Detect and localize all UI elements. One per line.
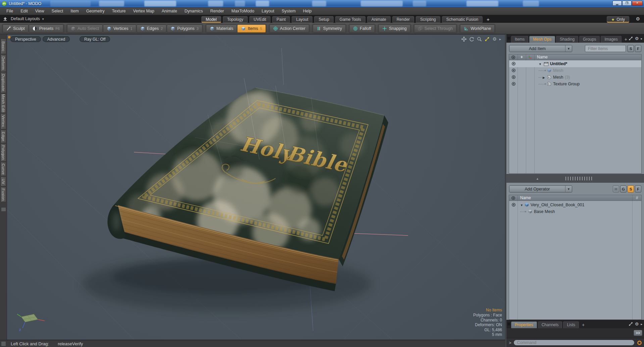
tab-lists[interactable]: Lists xyxy=(563,321,579,328)
presets-button[interactable]: PresetsF6 xyxy=(29,25,63,33)
orbit-icon[interactable] xyxy=(469,37,474,42)
tab-setup[interactable]: Setup xyxy=(314,16,333,23)
add-panel-tab-button[interactable]: + xyxy=(580,321,587,328)
select-through-button[interactable]: Select Through xyxy=(414,25,457,33)
tab-uvedit[interactable]: UVEdit xyxy=(249,16,270,23)
filter-items-input[interactable] xyxy=(585,45,626,52)
command-input[interactable] xyxy=(513,340,635,346)
left-tab-duplicate[interactable]: Duplicate xyxy=(1,72,6,93)
viewport-menu-arrow-icon[interactable]: ▸ xyxy=(499,37,501,41)
menu-item[interactable]: Item xyxy=(67,7,82,15)
left-tab-vertex[interactable]: Vertex xyxy=(1,113,6,129)
tab-properties[interactable]: Properties xyxy=(511,321,537,328)
tab-render[interactable]: Render xyxy=(392,16,414,23)
panel-flip-icon[interactable] xyxy=(507,37,510,40)
viewport-options-gear-icon[interactable]: ⚙ xyxy=(492,36,497,42)
book-model[interactable]: Holy Bible xyxy=(83,78,388,311)
restore-button[interactable]: ❐ xyxy=(622,1,632,6)
axis-column-icon[interactable] xyxy=(526,55,534,59)
tab-mesh-ops[interactable]: Mesh Ops xyxy=(529,36,555,43)
menu-layout[interactable]: Layout xyxy=(258,7,278,15)
eye-icon[interactable] xyxy=(511,68,516,73)
tab-groups[interactable]: Groups xyxy=(579,36,600,43)
menu-animate[interactable]: Animate xyxy=(158,7,181,15)
falloff-button[interactable]: Falloff xyxy=(349,25,375,33)
left-tab-fusion[interactable]: Fusion xyxy=(1,187,6,202)
scope-s-button[interactable]: S xyxy=(628,185,634,192)
left-tab-deform[interactable]: Deform xyxy=(1,54,6,72)
panel-gear-icon[interactable]: ⚙ xyxy=(635,36,639,41)
tree-row-label[interactable]: Texture Group xyxy=(553,82,580,86)
materials-mode-button[interactable]: Materials xyxy=(206,25,237,33)
menu-select[interactable]: Select xyxy=(48,7,67,15)
raygl-button[interactable]: Ray GL: Off xyxy=(80,36,110,42)
viewport-3d[interactable]: Holy Bible xyxy=(7,34,505,340)
panel-menu-arrow-icon[interactable]: ▸ xyxy=(641,322,642,326)
operator-row-label[interactable]: Very_Old_Closed_Book_001 xyxy=(531,203,585,207)
add-layout-tab-button[interactable]: + xyxy=(484,16,492,23)
tab-channels[interactable]: Channels xyxy=(538,321,562,328)
visibility-column-icon[interactable] xyxy=(509,55,517,59)
left-tab-polygon[interactable]: Polygon xyxy=(1,143,6,162)
expand-arrow-icon[interactable]: ▶ xyxy=(543,76,545,79)
add-item-dropdown[interactable]: Add Item ▼ xyxy=(509,45,572,52)
tab-schematic-fusion[interactable]: Schematic Fusion xyxy=(442,16,483,23)
tree-row-scene[interactable]: ▼ Untitled* xyxy=(509,60,641,67)
action-center-button[interactable]: Action Center xyxy=(269,25,309,33)
name-column-header[interactable]: Name xyxy=(517,196,633,200)
panel-splitter-handle[interactable] xyxy=(1,207,6,212)
tab-paint[interactable]: Paint xyxy=(272,16,290,23)
hierarchy-h-button[interactable]: H xyxy=(613,185,619,192)
vertices-mode-button[interactable]: Vertices1 xyxy=(103,25,136,33)
left-tab-uv[interactable]: UV xyxy=(1,176,6,186)
snapping-button[interactable]: Snapping xyxy=(379,25,410,33)
collapse-arrow-icon[interactable]: ▼ xyxy=(539,62,542,66)
hash-column-header[interactable]: # xyxy=(633,196,641,200)
detach-panel-icon[interactable] xyxy=(629,36,633,41)
menu-view[interactable]: View xyxy=(32,7,48,15)
eye-icon[interactable] xyxy=(511,75,516,79)
sculpt-button[interactable]: Sculpt xyxy=(3,25,29,33)
menu-help[interactable]: Help xyxy=(299,7,315,15)
tree-row-texture-group[interactable]: Texture Group xyxy=(509,81,641,87)
viewport-canvas[interactable]: Holy Bible xyxy=(7,35,505,340)
workplane-button[interactable]: WorkPlane xyxy=(460,25,495,33)
tab-model[interactable]: Model xyxy=(201,16,221,23)
menu-system[interactable]: System xyxy=(278,7,299,15)
command-history-icon[interactable] xyxy=(637,341,642,345)
maximize-viewport-icon[interactable] xyxy=(485,37,490,42)
items-mode-button[interactable]: Items5 xyxy=(237,25,266,33)
tree-row-label[interactable]: Mesh xyxy=(553,75,563,80)
left-tab-mesh-edit[interactable]: Mesh Edit xyxy=(1,93,6,113)
operator-row-book[interactable]: ▼ Very_Old_Closed_Book_001 xyxy=(509,202,641,208)
scroll-up-arrow-icon[interactable]: ▲ xyxy=(536,177,539,180)
add-operator-dropdown[interactable]: Add Operator ▼ xyxy=(509,185,572,192)
menu-geometry[interactable]: Geometry xyxy=(83,7,108,15)
tree-row-mesh[interactable]: Mesh xyxy=(509,67,641,74)
left-tab-curve[interactable]: Curve xyxy=(1,162,6,176)
left-tab-edge[interactable]: Edge xyxy=(1,130,6,143)
menu-file[interactable]: File xyxy=(3,7,17,15)
visibility-column-icon[interactable] xyxy=(509,196,517,200)
minimize-button[interactable]: ▁ xyxy=(612,1,622,6)
menu-edit[interactable]: Edit xyxy=(17,7,32,15)
filter-f-button[interactable]: F xyxy=(635,45,641,52)
panel-menu-arrow-icon[interactable]: ▸ xyxy=(641,37,642,40)
menu-maxtomodo[interactable]: MaxToModo xyxy=(228,7,258,15)
collapse-arrow-icon[interactable]: ▼ xyxy=(520,204,523,207)
title-bar[interactable]: Untitled* - MODO ▁ ❐ ✕ xyxy=(0,0,644,7)
menu-vertex-map[interactable]: Vertex Map xyxy=(130,7,158,15)
eye-icon[interactable] xyxy=(511,82,516,86)
symmetry-button[interactable]: Symmetry xyxy=(313,25,346,33)
left-tab-basic[interactable]: Basic xyxy=(1,39,6,54)
polygons-mode-button[interactable]: Polygons3 xyxy=(167,25,202,33)
status-grip-handle[interactable] xyxy=(1,341,6,346)
edges-mode-button[interactable]: Edges2 xyxy=(137,25,167,33)
tab-images[interactable]: Images xyxy=(601,36,621,43)
operator-row-base-mesh[interactable]: Base Mesh xyxy=(509,208,641,215)
menu-dynamics[interactable]: Dynamics xyxy=(181,7,207,15)
scope-s-button[interactable]: S xyxy=(628,45,634,52)
tab-scripting[interactable]: Scripting xyxy=(416,16,440,23)
tree-row-mesh-group[interactable]: ▶ Mesh (3) xyxy=(509,74,641,81)
auto-select-button[interactable]: Auto Select xyxy=(67,25,103,33)
